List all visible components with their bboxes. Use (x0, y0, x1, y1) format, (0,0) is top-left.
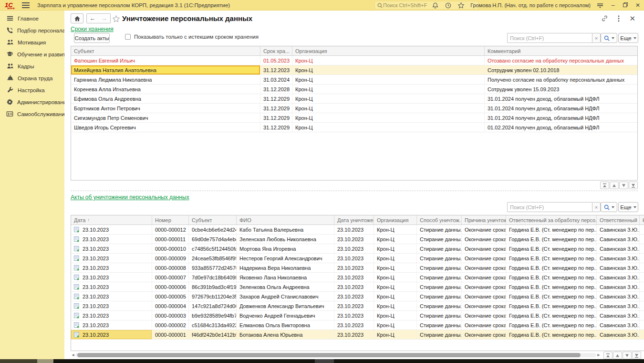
table-cell[interactable]: Савинская З.Ю... (597, 225, 640, 234)
table-cell[interactable]: 31.12.2029 (260, 113, 292, 122)
table-cell[interactable]: Крон-Ц (374, 273, 417, 282)
table-cell[interactable]: b9e9328589e94fb7... (189, 311, 237, 320)
retention-search-button[interactable] (601, 33, 617, 43)
column-header[interactable]: ФИО (237, 215, 334, 224)
favorites-star-icon[interactable] (457, 2, 465, 9)
table-cell[interactable]: Стирание данны... (417, 263, 462, 272)
table-cell[interactable]: Стирание данны... (417, 225, 462, 234)
table-cell[interactable]: Окончание срока... (462, 330, 506, 339)
get-link-icon[interactable] (601, 15, 608, 22)
sidebar-item-podbor-personala[interactable]: Подбор персонала (0, 24, 64, 36)
scrollbar-track[interactable] (75, 353, 596, 357)
table-cell[interactable]: Стирание данны... (417, 235, 462, 244)
table-cell[interactable]: Окончание срока... (462, 263, 506, 272)
table-cell[interactable] (640, 292, 644, 301)
scroll-right-icon[interactable]: ► (596, 352, 601, 358)
table-cell[interactable]: Стирание данны... (417, 254, 462, 263)
table-cell[interactable]: 23.10.2023 (71, 311, 152, 320)
table-cell[interactable]: Савинская З.Ю... (597, 301, 640, 310)
table-cell[interactable]: Окончание срока... (462, 235, 506, 244)
table-cell[interactable]: Стирание данны... (417, 292, 462, 301)
column-header[interactable]: Организация (292, 46, 485, 55)
table-cell[interactable]: Крон-Ц (292, 94, 485, 103)
table-cell[interactable]: 23.10.2023 (71, 320, 152, 330)
table-row[interactable]: 23.10.20230000-00000924ceae53fb8546f99..… (71, 254, 644, 263)
table-cell[interactable]: Крон-Ц (374, 225, 417, 234)
table-row[interactable]: Бортников Антон Петрович31.12.2029Крон-Ц… (71, 104, 637, 113)
table-cell[interactable]: 23.10.2023 (71, 330, 152, 339)
table-cell[interactable]: 23.10.2023 (334, 263, 374, 272)
column-header[interactable]: Комментарий (485, 46, 638, 55)
table-cell[interactable]: 0000-000001 (152, 330, 189, 339)
table-cell[interactable]: Савинская З.Ю... (597, 235, 640, 244)
restore-button[interactable] (622, 0, 629, 11)
table-cell[interactable]: Водченко Андрей Геннадьевич (237, 311, 334, 320)
table-cell[interactable]: Крон-Ц (292, 75, 485, 84)
table-cell[interactable]: Крон-Ц (292, 56, 485, 65)
table-row[interactable]: Шведов Игорь Сергеевич31.12.2029Крон-Ц01… (71, 123, 637, 132)
add-to-favorites-star-icon[interactable] (112, 15, 120, 25)
table-row[interactable]: 23.10.20230000-0000077d0e97dc18b6409f...… (71, 273, 644, 282)
table-cell[interactable]: Окончание срока... (462, 282, 506, 291)
table-cell[interactable]: 23.10.2023 (71, 263, 152, 272)
table-cell[interactable]: Гордина Е.В. (Ст. менеджер по пер... (506, 292, 597, 301)
table-cell[interactable]: Фатюшин Евгений Ильич (71, 56, 260, 65)
sidebar-item-obuchenie-i-razvitie[interactable]: Обучение и развитие (0, 48, 64, 60)
table-cell[interactable]: 0000-000008 (152, 263, 189, 272)
table-row[interactable]: 23.10.20230000-000005972679cb11204e35...… (71, 292, 644, 301)
clear-search-icon[interactable]: × (592, 33, 601, 43)
table-cell[interactable]: 0cbe4cb6e6e24d24... (189, 225, 237, 234)
column-header[interactable]: Ответственный за обработку персо... (506, 215, 597, 224)
table-row[interactable]: 23.10.20230000-00001169d0de757d4a4ebc...… (71, 235, 644, 244)
scrollbar-thumb[interactable] (77, 353, 581, 357)
table-cell[interactable]: 23.10.2023 (71, 292, 152, 301)
table-cell[interactable]: 933a855772d24570... (189, 263, 237, 272)
column-header[interactable]: Способ уничтож... (417, 215, 462, 224)
table-cell[interactable]: 23.10.2023 (334, 311, 374, 320)
table-cell[interactable]: 7d0e97dc18b6409f... (189, 273, 237, 282)
table-row[interactable]: Фатюшин Евгений Ильич01.05.2023Крон-ЦОто… (71, 56, 637, 65)
table-cell[interactable]: Стирание данны... (417, 301, 462, 310)
table-cell[interactable]: Елманова Ольга Викторовна (237, 320, 334, 330)
table-cell[interactable]: 31.01.2024 получен доход, облагаемый НДФ… (485, 104, 638, 113)
table-cell[interactable]: Ботакова Алена Юрьевна (237, 330, 334, 339)
table-cell[interactable]: Крон-Ц (374, 263, 417, 272)
table-cell[interactable]: 23.10.2023 (71, 282, 152, 291)
table-cell[interactable]: Захаров Андрей Станиславович (237, 292, 334, 301)
table-cell[interactable]: Михейцева Наталия Анатольевна (71, 65, 260, 75)
expired-only-checkbox[interactable]: Показывать только с истекшим сроком хран… (125, 34, 259, 40)
table-cell[interactable]: 31.12.2023 (260, 65, 292, 75)
table-cell[interactable]: Савинская З.Ю... (597, 263, 640, 272)
table-row[interactable]: 23.10.20230000-000010c74856c5f124450fa..… (71, 244, 644, 254)
column-header[interactable]: Ответственный (597, 215, 640, 224)
table-cell[interactable]: Стирание данны... (417, 320, 462, 330)
table-cell[interactable]: Окончание срока... (462, 244, 506, 253)
current-user[interactable]: Громова Н.П. (Нач. отд. по работе с перс… (470, 2, 591, 8)
table-cell[interactable]: Отозвано согласие на обработку персональ… (485, 56, 638, 65)
table-cell[interactable]: Окончание срока... (462, 273, 506, 282)
table-cell[interactable]: Гордина Е.В. (Ст. менеджер по пер... (506, 330, 597, 339)
main-menu-icon[interactable] (22, 2, 30, 8)
table-cell[interactable] (640, 225, 644, 234)
table-cell[interactable]: 23.10.2023 (334, 254, 374, 263)
table-cell[interactable]: Крон-Ц (374, 292, 417, 301)
table-cell[interactable]: 23.10.2023 (71, 225, 152, 234)
table-cell[interactable]: Кабо Татьяна Валерьевна (237, 225, 334, 234)
table-cell[interactable]: Крон-Ц (374, 301, 417, 310)
column-header[interactable]: Дата уничтожения (334, 215, 374, 224)
column-header[interactable]: Субъект (71, 46, 260, 55)
retention-search-input[interactable] (507, 33, 592, 43)
retention-more-button[interactable]: Еще (618, 33, 638, 43)
table-cell[interactable] (640, 263, 644, 272)
table-cell[interactable]: 0000-000009 (152, 254, 189, 263)
table-row[interactable]: 23.10.20230000-000002c51684c313da4923...… (71, 320, 644, 330)
table-row[interactable]: 23.10.20230000-000008933a855772d24570...… (71, 263, 644, 273)
table-cell[interactable]: Окончание срока... (462, 311, 506, 320)
table-cell[interactable]: Гарянина Людмила Николаевна (71, 75, 260, 84)
table-cell[interactable]: 23.10.2023 (334, 292, 374, 301)
table-cell[interactable] (640, 244, 644, 253)
column-header[interactable]: Субъект (189, 215, 237, 224)
table-row[interactable]: Гарянина Людмила Николаевна31.03.2024Кро… (71, 75, 637, 85)
horizontal-scrollbar[interactable]: ◄ ► (71, 352, 601, 358)
table-cell[interactable]: Окончание срока... (462, 292, 506, 301)
